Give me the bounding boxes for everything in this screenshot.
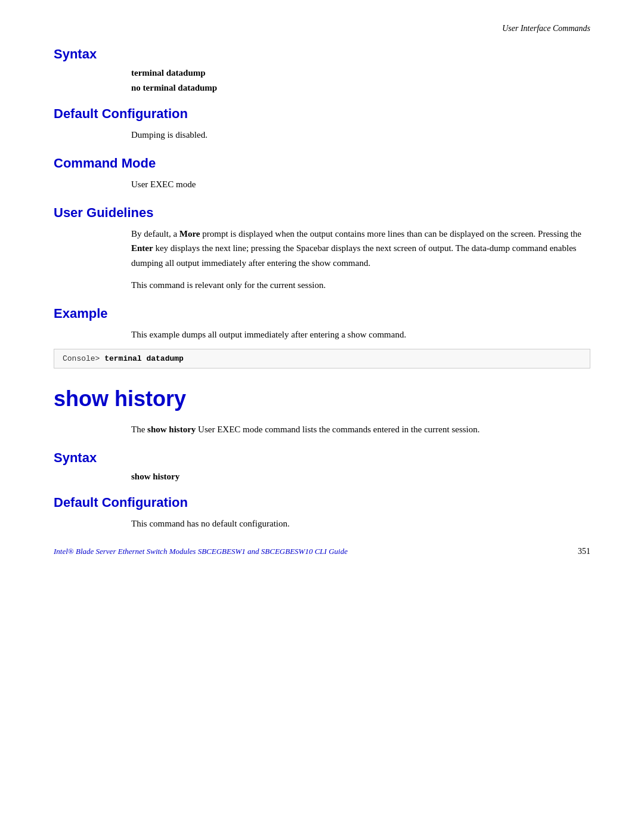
header-right: User Interface Commands: [54, 24, 590, 33]
command-mode-heading: Command Mode: [54, 156, 590, 171]
syntax-item-1: terminal datadump: [131, 68, 590, 78]
main-command-title: show history: [54, 386, 590, 411]
page: User Interface Commands Syntax terminal …: [0, 0, 644, 574]
syntax-item-2: no terminal datadump: [131, 83, 590, 93]
syntax-code-1: terminal datadump: [131, 68, 206, 78]
main-command-bold: show history: [147, 425, 196, 434]
footer-left-text: Intel® Blade Server Ethernet Switch Modu…: [54, 547, 348, 556]
user-guidelines-para-1: By default, a More prompt is displayed w…: [131, 227, 590, 271]
command-mode-body: User EXEC mode: [131, 177, 590, 192]
syntax-section-1: Syntax terminal datadump no terminal dat…: [54, 47, 590, 93]
user-guidelines-section: User Guidelines By default, a More promp…: [54, 205, 590, 293]
footer-page-number: 351: [578, 547, 590, 556]
default-config-section-1: Default Configuration Dumping is disable…: [54, 106, 590, 143]
main-command-suffix: User EXEC mode command lists the command…: [196, 425, 479, 434]
code-bold: terminal datadump: [104, 354, 184, 363]
default-config-heading-1: Default Configuration: [54, 106, 590, 122]
syntax-item-3: show history: [131, 472, 590, 482]
default-config-body-1: Dumping is disabled.: [131, 128, 590, 143]
example-code-block: Console> terminal datadump: [54, 349, 590, 368]
main-command-description: The show history User EXEC mode command …: [131, 422, 590, 437]
footer: Intel® Blade Server Ethernet Switch Modu…: [54, 547, 590, 556]
command-mode-section: Command Mode User EXEC mode: [54, 156, 590, 192]
header-right-text: User Interface Commands: [502, 24, 590, 33]
default-config-section-2: Default Configuration This command has n…: [54, 495, 590, 531]
user-guidelines-para-2: This command is relevant only for the cu…: [131, 278, 590, 293]
syntax-heading-1: Syntax: [54, 47, 590, 62]
example-body: This example dumps all output immediatel…: [131, 327, 590, 342]
default-config-heading-2: Default Configuration: [54, 495, 590, 510]
main-command-section: show history The show history User EXEC …: [54, 386, 590, 437]
user-guidelines-heading: User Guidelines: [54, 205, 590, 221]
syntax-code-2: no terminal datadump: [131, 83, 217, 92]
syntax-section-2: Syntax show history: [54, 450, 590, 482]
syntax-code-3: show history: [131, 472, 179, 481]
code-prefix: Console>: [63, 354, 104, 363]
default-config-body-2: This command has no default configuratio…: [131, 516, 590, 531]
example-section: Example This example dumps all output im…: [54, 306, 590, 369]
syntax-heading-2: Syntax: [54, 450, 590, 466]
example-heading: Example: [54, 306, 590, 321]
